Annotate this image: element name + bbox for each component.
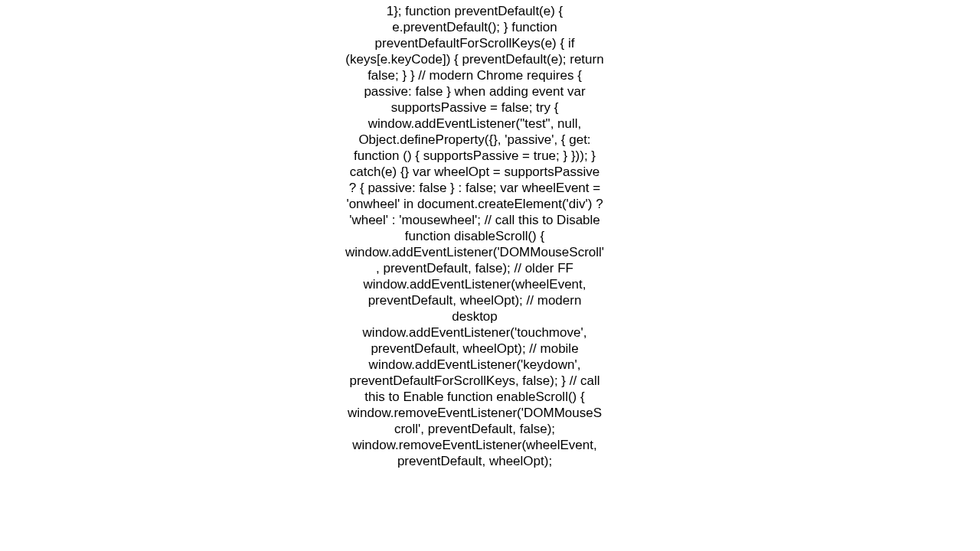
code-text: 1}; function preventDefault(e) { e.preve… <box>345 3 605 469</box>
page: 1}; function preventDefault(e) { e.preve… <box>0 0 980 551</box>
